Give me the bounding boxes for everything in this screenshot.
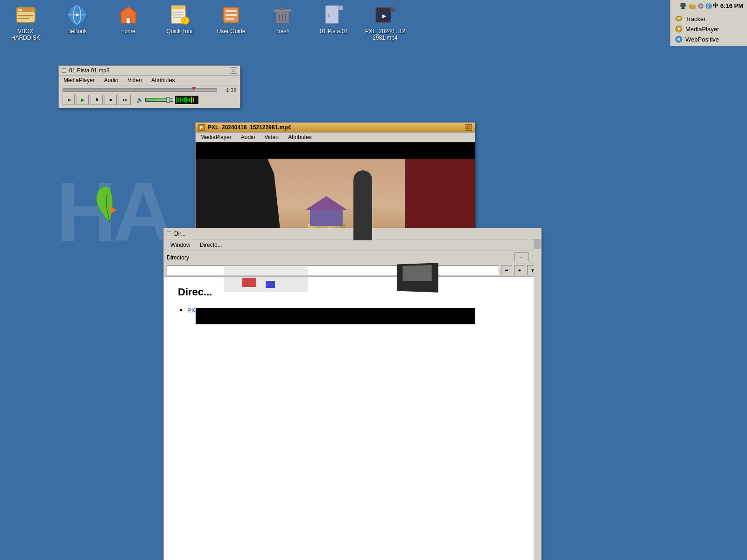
dir-go-btn[interactable]: ↵ bbox=[501, 265, 512, 275]
clock-display: 6:16 PM bbox=[720, 2, 743, 9]
pxl-video-label: PXL_20240...122981.mp4 bbox=[364, 28, 406, 41]
svg-text:!: ! bbox=[184, 18, 186, 23]
tracker-app-icon bbox=[675, 15, 683, 22]
dir-plus-btn[interactable]: + bbox=[514, 265, 525, 275]
vu-bar-3 bbox=[180, 97, 181, 103]
taskbar-app-webpositive[interactable]: WebPositive bbox=[673, 35, 744, 44]
quick-tour-icon: ! bbox=[169, 4, 191, 26]
video-menu-bar: MediaPlayer Audio Video Attributes bbox=[196, 133, 475, 142]
svg-rect-42 bbox=[689, 5, 696, 9]
haiku-watermark: HA bbox=[56, 163, 170, 260]
mp3-volume-thumb[interactable] bbox=[166, 97, 170, 103]
pista01-label: 01 Pista 01 bbox=[320, 28, 348, 35]
lego-roof bbox=[305, 196, 347, 210]
vu-bar-2 bbox=[178, 98, 179, 102]
taskbar-system-icons: 中 bbox=[680, 2, 719, 10]
user-guide-icon bbox=[220, 4, 242, 26]
trash-label: Trash bbox=[275, 28, 289, 35]
mp3-controls: ⏮ ▶ ⏸ ■ ⏭ 🔊 bbox=[59, 94, 240, 108]
video-laptop bbox=[397, 263, 438, 292]
desktop-icon-quick-tour[interactable]: ! Quick Tour bbox=[159, 4, 201, 35]
mp3-maximize-btn[interactable]: □ bbox=[231, 67, 237, 74]
webpositive-app-label: WebPositive bbox=[685, 36, 719, 43]
video-lego-piece-1 bbox=[242, 278, 256, 287]
mp3-progress-bar[interactable] bbox=[63, 88, 217, 92]
network-icon bbox=[705, 3, 712, 9]
dir-title-checkbox[interactable] bbox=[167, 231, 171, 236]
taskbar-app-mediaplayer[interactable]: MediaPlayer bbox=[673, 24, 744, 34]
svg-rect-26 bbox=[280, 7, 285, 10]
svg-rect-22 bbox=[226, 14, 237, 16]
mp3-volume-slider[interactable] bbox=[145, 98, 173, 102]
mp3-player-titlebar: 01 Pista 01.mp3 □ bbox=[59, 66, 240, 76]
vu-bar-7 bbox=[187, 99, 189, 101]
mp3-rewind-btn[interactable]: ⏮ bbox=[63, 95, 75, 105]
dir-address-bar: ↵ + ▾ bbox=[164, 264, 541, 277]
svg-rect-40 bbox=[682, 7, 684, 8]
taskbar-running-apps: Tracker MediaPlayer WebPositive bbox=[670, 12, 747, 46]
mp3-forward-btn[interactable]: ⏭ bbox=[119, 95, 131, 105]
dir-titlebar: Dir... bbox=[164, 228, 541, 239]
mp3-title-checkbox[interactable] bbox=[62, 68, 66, 73]
desktop-icon-pista01[interactable]: ♫ 01 Pista 01 bbox=[313, 4, 355, 35]
dir-menu-directory[interactable]: Directo... bbox=[195, 240, 227, 250]
video-black-bar-top bbox=[196, 142, 475, 159]
svg-rect-21 bbox=[226, 10, 237, 12]
dir-back-btn[interactable]: ← bbox=[514, 252, 529, 262]
desktop-icon-home[interactable]: home bbox=[107, 4, 149, 35]
vu-bar-1 bbox=[176, 97, 177, 103]
video-menu-video[interactable]: Video bbox=[260, 133, 283, 142]
tracker-app-label: Tracker bbox=[685, 15, 706, 22]
desktop-icon-pxl-video[interactable]: PXL_20240...122981.mp4 bbox=[364, 4, 406, 41]
mp3-play-btn[interactable]: ▶ bbox=[77, 95, 89, 105]
mp3-progress-marker bbox=[191, 87, 196, 91]
mp3-pause-btn[interactable]: ⏸ bbox=[91, 95, 103, 105]
desktop-icon-trash[interactable]: Trash bbox=[261, 4, 303, 35]
video-player-title: PXL_20240418_152122981.mp4 bbox=[208, 124, 291, 131]
mp3-volume-area: 🔊 bbox=[136, 97, 173, 103]
desktop-icon-bebook[interactable]: BeBook bbox=[56, 4, 98, 35]
vu-bar-10 bbox=[193, 98, 194, 102]
video-bg-person bbox=[353, 170, 372, 240]
scrollbar-thumb[interactable] bbox=[534, 239, 541, 249]
mp3-menu-attributes[interactable]: Attributes bbox=[147, 76, 180, 85]
mp3-menu-bar: MediaPlayer Audio Video Attributes bbox=[59, 76, 240, 85]
mp3-player-title: 01 Pista 01.mp3 bbox=[69, 67, 110, 74]
vu-bar-8 bbox=[189, 98, 190, 102]
mp3-stop-btn[interactable]: ■ bbox=[105, 95, 117, 105]
video-maximize-btn[interactable]: □ bbox=[465, 124, 472, 131]
vu-bar-9 bbox=[191, 97, 192, 103]
audio-file-icon: ♫ bbox=[323, 4, 345, 26]
taskbar-app-tracker[interactable]: Tracker bbox=[673, 14, 744, 23]
mp3-menu-video[interactable]: Video bbox=[123, 76, 146, 85]
mp3-player-window: 01 Pista 01.mp3 □ MediaPlayer Audio Vide… bbox=[58, 65, 240, 108]
video-menu-mediaplayer[interactable]: MediaPlayer bbox=[196, 133, 236, 142]
dir-address-input[interactable] bbox=[167, 265, 499, 275]
video-file-icon bbox=[374, 4, 396, 26]
vu-bar-5 bbox=[183, 98, 185, 102]
mp3-menu-audio[interactable]: Audio bbox=[99, 76, 123, 85]
svg-point-3 bbox=[30, 8, 33, 11]
user-guide-label: User Guide bbox=[217, 28, 246, 35]
svg-text:♫: ♫ bbox=[327, 13, 331, 18]
svg-rect-32 bbox=[338, 6, 343, 10]
vu-bar-6 bbox=[185, 97, 187, 103]
svg-rect-41 bbox=[681, 8, 685, 9]
svg-rect-39 bbox=[681, 3, 685, 7]
video-menu-audio[interactable]: Audio bbox=[236, 133, 260, 142]
dir-menu-window[interactable]: Window bbox=[166, 240, 195, 250]
mp3-menu-mediaplayer[interactable]: MediaPlayer bbox=[59, 76, 99, 85]
svg-point-55 bbox=[677, 38, 680, 41]
mp3-volume-icon: 🔊 bbox=[136, 97, 143, 103]
dir-scrollbar[interactable] bbox=[534, 239, 541, 560]
bebook-icon bbox=[66, 4, 88, 26]
video-menu-attributes[interactable]: Attributes bbox=[283, 133, 317, 142]
svg-marker-56 bbox=[200, 126, 203, 129]
svg-point-51 bbox=[678, 17, 680, 19]
directory-window: Dir... Window Directo... Directory ← ↵ +… bbox=[163, 228, 542, 560]
desktop-icon-user-guide[interactable]: User Guide bbox=[210, 4, 252, 35]
mp3-vu-meter bbox=[175, 96, 198, 104]
dir-toolbar: Directory ← bbox=[164, 251, 541, 264]
svg-rect-23 bbox=[226, 18, 234, 20]
desktop-icon-vbox[interactable]: VBOX HARDDISK bbox=[5, 4, 47, 41]
